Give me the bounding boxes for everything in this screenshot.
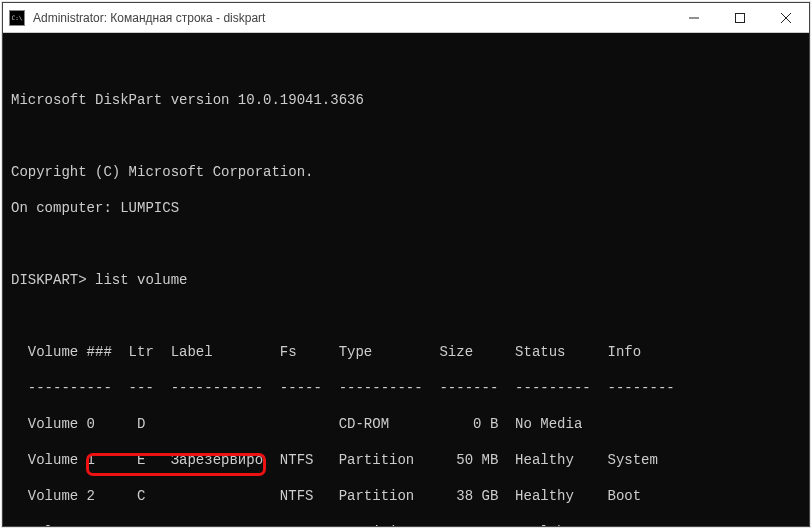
terminal-line: Copyright (C) Microsoft Corporation. xyxy=(11,163,801,181)
terminal-line xyxy=(11,235,801,253)
terminal-output[interactable]: Microsoft DiskPart version 10.0.19041.36… xyxy=(3,33,809,526)
table-row: Volume 3 F NTFS Partition 4096 MB Health… xyxy=(11,523,801,526)
window-title: Administrator: Командная строка - diskpa… xyxy=(31,11,671,25)
table-row: Volume 2 C NTFS Partition 38 GB Healthy … xyxy=(11,487,801,505)
app-icon-slot xyxy=(3,10,31,26)
window-controls xyxy=(671,3,809,32)
terminal-line: On computer: LUMPICS xyxy=(11,199,801,217)
table-header: Volume ### Ltr Label Fs Type Size Status… xyxy=(11,343,801,361)
close-button[interactable] xyxy=(763,3,809,32)
table-separator: ---------- --- ----------- ----- -------… xyxy=(11,379,801,397)
command-prompt-window: Administrator: Командная строка - diskpa… xyxy=(2,2,810,527)
table-row: Volume 0 D CD-ROM 0 B No Media xyxy=(11,415,801,433)
terminal-line: DISKPART> list volume xyxy=(11,271,801,289)
terminal-line: Microsoft DiskPart version 10.0.19041.36… xyxy=(11,91,801,109)
cmd-icon xyxy=(9,10,25,26)
svg-rect-1 xyxy=(736,13,745,22)
table-row: Volume 1 E Зарезервиро NTFS Partition 50… xyxy=(11,451,801,469)
maximize-icon xyxy=(735,13,745,23)
terminal-line xyxy=(11,127,801,145)
close-icon xyxy=(781,13,791,23)
titlebar[interactable]: Administrator: Командная строка - diskpa… xyxy=(3,3,809,33)
terminal-line xyxy=(11,307,801,325)
minimize-button[interactable] xyxy=(671,3,717,32)
maximize-button[interactable] xyxy=(717,3,763,32)
terminal-line xyxy=(11,55,801,73)
minimize-icon xyxy=(689,13,699,23)
